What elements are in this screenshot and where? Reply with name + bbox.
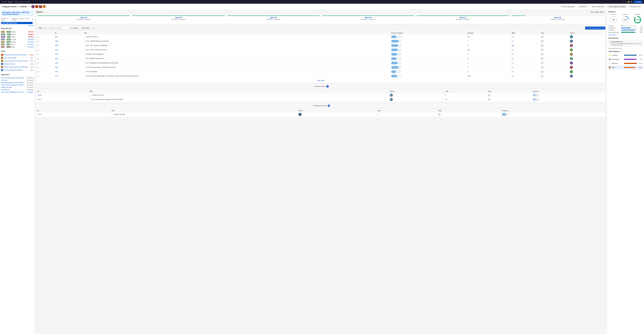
feature-search-input[interactable] bbox=[48, 27, 69, 29]
risk-name[interactable]: Missing Unified Viewer implementation pl… bbox=[4, 54, 28, 56]
objective-name[interactable]: Theme: Roadmap Milestone Portfolio Objec… bbox=[1, 84, 26, 86]
orphan-chat-icon[interactable]: 💬 bbox=[488, 98, 490, 101]
settings-cols-button[interactable]: ⚙ bbox=[92, 27, 96, 30]
row-expand[interactable]: ▶ bbox=[36, 65, 54, 70]
team-progress-item[interactable]: 🛡 Baltimore 98.3% bbox=[608, 61, 643, 65]
sprint-name[interactable]: Sprint 24 bbox=[132, 17, 225, 18]
quick-filters-button[interactable]: Quick Filters bbox=[81, 27, 91, 29]
sprint-name[interactable]: Sprint 23 bbox=[38, 17, 130, 18]
objective-name[interactable]: Improve the onboarding for new customers… bbox=[1, 91, 26, 93]
row-expand[interactable]: ▶ bbox=[36, 61, 54, 65]
feature-type-select[interactable]: Feature bbox=[36, 26, 46, 30]
chat-icon[interactable]: 💬 bbox=[541, 44, 543, 47]
view-configuration-button[interactable]: ⚙ View Configuration bbox=[559, 5, 576, 8]
orphan-checkbox[interactable] bbox=[90, 99, 91, 100]
feature-id-link[interactable]: 4209 bbox=[55, 53, 58, 55]
sprint-name[interactable]: Sprint 27 bbox=[416, 17, 509, 18]
risk-name[interactable]: Features/Stories are not tested on the g… bbox=[4, 60, 30, 62]
risk-name[interactable]: DB team support load risks PPFW integrat… bbox=[4, 66, 30, 68]
risk-name[interactable]: High team turnover bbox=[4, 63, 30, 65]
feature-id-link[interactable]: 4179 bbox=[55, 75, 58, 77]
sprint-star-icon[interactable]: ☆ bbox=[512, 21, 604, 23]
orphan-chat-icon[interactable]: 💬 bbox=[488, 94, 490, 96]
row-expand[interactable]: ▶ bbox=[36, 39, 54, 43]
dep-to-tag[interactable]: Bal bbox=[7, 33, 11, 35]
run-meeting-button[interactable]: ▶ Run a Meeting ▾ bbox=[590, 5, 606, 8]
dep-name[interactable]: 2.1 Upg... bbox=[11, 41, 27, 43]
row-expand[interactable]: ▶ bbox=[36, 74, 54, 78]
objective-name[interactable]: Change the world! bbox=[1, 87, 26, 88]
mis-chat-icon[interactable]: 💬 bbox=[438, 113, 440, 116]
settings-icon[interactable]: ⚙ bbox=[32, 18, 34, 20]
program-view-button[interactable]: ⊞ Program View bbox=[628, 5, 642, 8]
close-pi-button[interactable]: Close Program Increment bbox=[607, 5, 627, 8]
view-report-link[interactable]: View report ↗ bbox=[608, 34, 643, 36]
feature-id-link[interactable]: 4273 bbox=[55, 49, 58, 51]
dep-to-tag[interactable]: Was bbox=[7, 41, 10, 43]
dep-name[interactable]: Perform... bbox=[11, 34, 28, 35]
feature-checkbox[interactable] bbox=[84, 58, 86, 60]
plus-icon[interactable]: + bbox=[623, 1, 624, 3]
chat-icon[interactable]: 💬 bbox=[541, 71, 543, 73]
feature-checkbox[interactable] bbox=[84, 66, 86, 68]
feature-id-link[interactable]: 4207 bbox=[55, 71, 58, 73]
dep-from-tag[interactable]: Cow bbox=[1, 33, 5, 35]
objective-name[interactable]: New Objective bbox=[1, 89, 26, 91]
feature-id-link[interactable]: 4052 bbox=[55, 58, 58, 59]
team-progress-item[interactable]: 🐯 Tiger 85.5% bbox=[608, 65, 643, 70]
feature-id-link[interactable]: 5386 bbox=[55, 45, 58, 46]
feature-checkbox[interactable] bbox=[84, 75, 86, 77]
feature-checkbox[interactable] bbox=[84, 45, 86, 46]
gear-icon[interactable]: ⚙ bbox=[625, 1, 626, 3]
dep-to-tag[interactable]: Cow bbox=[7, 31, 11, 33]
sprint-name[interactable]: Sprint 26 bbox=[322, 17, 414, 18]
objective-name[interactable]: Become Leading Financial App in Android … bbox=[1, 77, 26, 79]
pi-burndown-button[interactable]: Program Increment BurnUp bbox=[585, 27, 606, 29]
dep-to-tag[interactable]: Hou bbox=[6, 46, 10, 48]
chat-icon[interactable]: 💬 bbox=[541, 36, 543, 38]
team-avatar-tiger[interactable]: 🐯 bbox=[42, 5, 46, 8]
row-expand[interactable]: ▶ bbox=[36, 48, 54, 52]
sprint-star-icon[interactable]: ☆ bbox=[322, 21, 414, 23]
chat-icon[interactable]: 💬 bbox=[541, 58, 543, 60]
dep-name[interactable]: WAX: R... bbox=[10, 44, 27, 45]
chat-icon[interactable]: 💬 bbox=[541, 49, 543, 51]
feature-checkbox[interactable] bbox=[84, 36, 86, 38]
sprint-name[interactable]: Sprint 25 bbox=[227, 17, 320, 18]
dep-to-tag[interactable]: As bbox=[7, 36, 10, 38]
estimate-button[interactable]: ◎ Estimate bbox=[70, 27, 80, 30]
dep-name[interactable]: 2.1 Upg... bbox=[11, 39, 27, 40]
row-expand[interactable]: ▶ bbox=[36, 70, 54, 74]
risk-name[interactable]: SDK- Process Health bbox=[4, 57, 30, 59]
program-name[interactable]: Mobile bbox=[8, 1, 12, 3]
dep-name[interactable]: Merge ... bbox=[11, 46, 27, 48]
chat-icon[interactable]: 💬 bbox=[541, 75, 543, 77]
row-expand[interactable]: ▶ bbox=[36, 56, 54, 61]
pi-name[interactable]: PI-5 bbox=[27, 1, 30, 3]
dep-name[interactable]: Organiz... bbox=[11, 31, 28, 32]
feature-id-link[interactable]: 5461 bbox=[55, 36, 58, 38]
risk-name[interactable]: This big thing might not happen bbox=[4, 69, 30, 71]
dep-from-tag[interactable]: Bat bbox=[1, 31, 4, 33]
sprint-star-icon[interactable]: ☆ bbox=[416, 21, 509, 23]
orphan-checkbox[interactable] bbox=[90, 94, 91, 96]
dep-from-tag[interactable]: Tiq bbox=[1, 43, 4, 45]
sprint-name[interactable]: Sprint 28 bbox=[512, 17, 604, 18]
override-link[interactable]: Override bbox=[28, 25, 34, 26]
mis-id-link[interactable]: 26716 bbox=[38, 114, 42, 115]
objective-name[interactable]: Roadmap Milestone Portfolio Objective bbox=[1, 82, 26, 83]
dep-from-tag[interactable]: Bat bbox=[1, 41, 4, 43]
orphan-id-link[interactable]: 24337 bbox=[38, 99, 42, 100]
key-metrics-button[interactable]: Key Metrics ▾ bbox=[578, 5, 589, 8]
chat-icon[interactable]: 💬 bbox=[541, 40, 543, 42]
team-progress-item[interactable]: ⭐ Cowboys 95.3% bbox=[608, 53, 643, 57]
search-icon[interactable]: 🔍 bbox=[630, 1, 632, 3]
objective-name[interactable]: Test Team bbox=[1, 80, 26, 81]
dep-from-tag[interactable]: Ast bbox=[1, 38, 4, 40]
view-board-button[interactable]: View Program Board bbox=[589, 10, 605, 13]
bell-icon[interactable]: 🔔 bbox=[628, 1, 630, 3]
sprint-star-icon[interactable]: ☆ bbox=[38, 21, 130, 23]
chat-icon[interactable]: 💬 bbox=[541, 53, 543, 55]
team-avatar-washington[interactable]: 🦅 bbox=[32, 5, 34, 8]
feature-id-link[interactable]: 3928 bbox=[55, 62, 58, 64]
